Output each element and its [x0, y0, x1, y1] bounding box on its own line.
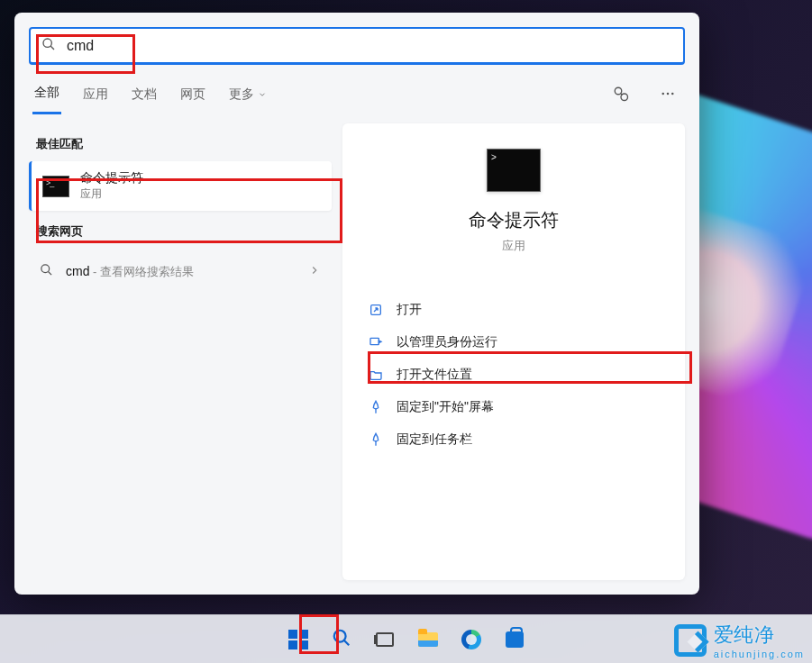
svg-point-0 — [43, 39, 51, 47]
chevron-right-icon — [308, 264, 321, 280]
action-label: 固定到任务栏 — [397, 431, 472, 448]
search-icon — [40, 263, 53, 280]
open-icon — [368, 303, 384, 317]
watermark-domain: aichunjing.com — [714, 649, 805, 659]
account-link-icon[interactable] — [607, 80, 634, 110]
folder-icon — [368, 368, 384, 382]
taskbar-search-button[interactable] — [324, 622, 360, 658]
svg-rect-10 — [370, 338, 379, 344]
chevron-down-icon — [258, 90, 267, 99]
web-search-heading: 搜索网页 — [29, 211, 332, 249]
results-column: 最佳匹配 命令提示符 应用 搜索网页 cmd - 查看网络搜索结果 — [14, 114, 339, 595]
svg-line-14 — [343, 640, 348, 644]
svg-line-8 — [49, 272, 51, 275]
svg-point-6 — [671, 93, 674, 95]
action-list: 打开 以管理员身份运行 打开文件位置 固定到"开始"屏幕 固定到任务栏 — [362, 294, 665, 456]
pin-to-taskbar-action[interactable]: 固定到任务栏 — [362, 423, 665, 456]
svg-point-5 — [667, 93, 670, 95]
tab-all[interactable]: 全部 — [32, 76, 61, 114]
search-icon — [41, 37, 56, 55]
admin-shield-icon — [368, 335, 384, 350]
task-view-icon — [376, 632, 394, 647]
action-label: 打开文件位置 — [397, 367, 472, 383]
app-title: 命令提示符 — [469, 208, 559, 232]
edge-icon — [461, 630, 481, 649]
more-options-icon[interactable] — [654, 80, 681, 110]
best-match-item[interactable]: 命令提示符 应用 — [29, 161, 332, 211]
pin-icon — [368, 432, 384, 447]
search-box[interactable] — [29, 27, 685, 65]
web-query-text: cmd — [66, 264, 89, 278]
microsoft-store-button[interactable] — [497, 622, 533, 658]
store-icon — [506, 631, 524, 648]
action-label: 打开 — [397, 302, 422, 318]
task-view-button[interactable] — [367, 622, 403, 658]
details-pane: 命令提示符 应用 打开 以管理员身份运行 打开文件位置 固定到"开始"屏幕 — [342, 123, 685, 580]
watermark-logo-icon — [674, 624, 707, 657]
tab-docs[interactable]: 文档 — [130, 77, 159, 114]
svg-point-13 — [333, 630, 345, 641]
filter-tabs: 全部 应用 文档 网页 更多 — [14, 70, 699, 114]
pin-to-start-action[interactable]: 固定到"开始"屏幕 — [362, 391, 665, 423]
watermark-brand: 爱纯净 — [714, 623, 775, 646]
watermark: 爱纯净 aichunjing.com — [674, 622, 805, 659]
tab-web[interactable]: 网页 — [178, 77, 207, 114]
edge-button[interactable] — [453, 622, 489, 658]
pin-icon — [368, 400, 384, 414]
web-query-suffix: - 查看网络搜索结果 — [89, 265, 194, 278]
app-thumbnail — [487, 149, 541, 192]
open-action[interactable]: 打开 — [362, 294, 665, 326]
tab-more-label: 更多 — [229, 86, 254, 103]
run-as-admin-action[interactable]: 以管理员身份运行 — [362, 326, 665, 359]
best-match-heading: 最佳匹配 — [29, 123, 332, 161]
search-input[interactable] — [67, 38, 672, 54]
file-explorer-icon — [418, 632, 438, 647]
windows-logo-icon — [288, 630, 308, 649]
search-icon — [332, 628, 351, 651]
app-subtitle: 应用 — [502, 238, 525, 254]
tab-more[interactable]: 更多 — [227, 77, 269, 114]
tab-apps[interactable]: 应用 — [81, 77, 110, 114]
start-search-panel: 全部 应用 文档 网页 更多 最佳匹配 命令提示符 应用 搜索网页 — [14, 13, 699, 595]
action-label: 固定到"开始"屏幕 — [397, 399, 494, 415]
cmd-icon — [42, 176, 69, 197]
svg-point-2 — [615, 87, 622, 95]
svg-point-4 — [661, 93, 664, 95]
open-file-location-action[interactable]: 打开文件位置 — [362, 359, 665, 391]
start-button[interactable] — [280, 622, 316, 658]
web-search-item[interactable]: cmd - 查看网络搜索结果 — [29, 252, 332, 291]
svg-line-1 — [50, 46, 54, 50]
best-match-title: 命令提示符 — [80, 170, 143, 186]
action-label: 以管理员身份运行 — [397, 334, 497, 350]
svg-point-7 — [41, 265, 50, 273]
best-match-subtitle: 应用 — [80, 186, 143, 202]
file-explorer-button[interactable] — [410, 622, 446, 658]
